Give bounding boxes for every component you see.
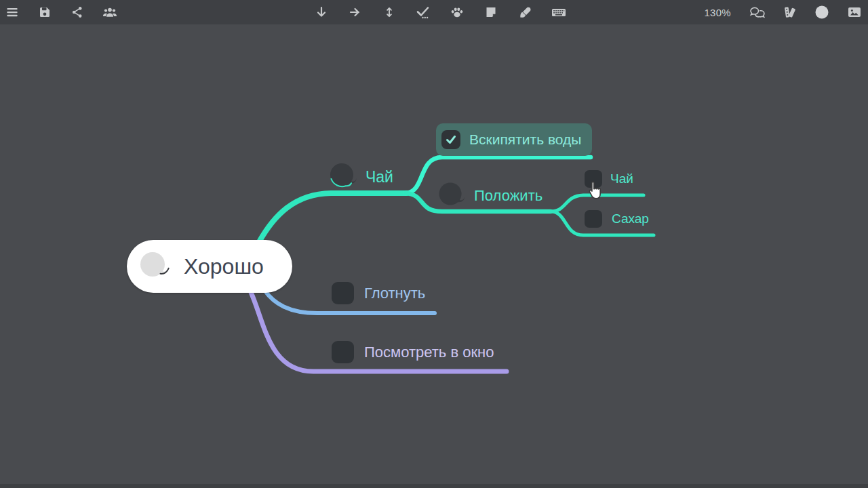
zoom-level[interactable]: 130% — [704, 7, 731, 18]
node-boil-label: Вскипятить воды — [469, 131, 581, 148]
node-put-label: Положить — [474, 187, 542, 205]
share-icon[interactable] — [69, 4, 85, 20]
node-sip-label: Глотнуть — [364, 285, 425, 302]
node-boil[interactable]: Вскипятить воды — [436, 123, 592, 156]
node-window-checkbox[interactable] — [332, 341, 354, 363]
node-sugar-checkbox[interactable] — [585, 210, 602, 228]
image-icon[interactable] — [846, 4, 863, 20]
node-sugar-label: Сахар — [612, 211, 649, 226]
branch-tea2 — [551, 195, 644, 211]
tea-bubble-icon — [328, 160, 360, 194]
toolbar-left — [4, 0, 118, 24]
node-root[interactable]: Хорошо — [127, 240, 292, 293]
node-tea2-checkbox[interactable] — [585, 170, 602, 188]
style-palette-icon[interactable] — [781, 4, 797, 20]
keyboard-icon[interactable] — [551, 4, 567, 20]
arrow-down-icon[interactable] — [313, 4, 330, 20]
mindmap-branches — [0, 0, 868, 488]
collaborators-icon[interactable] — [102, 4, 118, 20]
tasks-check-icon[interactable] — [415, 4, 431, 20]
check-icon — [445, 134, 457, 146]
arrow-right-icon[interactable] — [347, 4, 363, 20]
node-put[interactable]: Положить — [437, 180, 542, 212]
node-sugar[interactable]: Сахар — [585, 210, 649, 228]
node-window[interactable]: Посмотреть в окно — [332, 341, 494, 363]
avatar-circle-icon[interactable] — [814, 4, 830, 20]
toolbar: 130% — [0, 0, 868, 24]
arrow-updown-icon[interactable] — [381, 4, 397, 20]
paw-icon[interactable] — [449, 4, 465, 20]
branch-tea-trunk — [259, 193, 407, 242]
node-sip-checkbox[interactable] — [332, 282, 354, 304]
app-window: 130% — [0, 0, 868, 488]
node-tea2-label: Чай — [610, 171, 633, 186]
put-bubble-icon — [437, 180, 469, 212]
root-bubble-icon — [138, 249, 172, 284]
note-icon[interactable] — [483, 4, 499, 20]
node-boil-checkbox[interactable] — [441, 130, 460, 149]
node-tea-label: Чай — [366, 168, 393, 186]
node-tea2[interactable]: Чай — [585, 170, 633, 188]
toolbar-center — [313, 0, 567, 24]
menu-icon[interactable] — [4, 4, 20, 20]
node-tea[interactable]: Чай — [328, 160, 393, 194]
chat-icon[interactable] — [749, 4, 765, 20]
node-window-label: Посмотреть в окно — [364, 344, 494, 361]
node-sip[interactable]: Глотнуть — [332, 282, 425, 304]
brush-icon[interactable] — [517, 4, 533, 20]
toolbar-right: 130% — [704, 0, 863, 24]
node-root-label: Хорошо — [184, 254, 264, 279]
save-icon[interactable] — [37, 4, 53, 20]
bottom-edge — [0, 484, 868, 488]
